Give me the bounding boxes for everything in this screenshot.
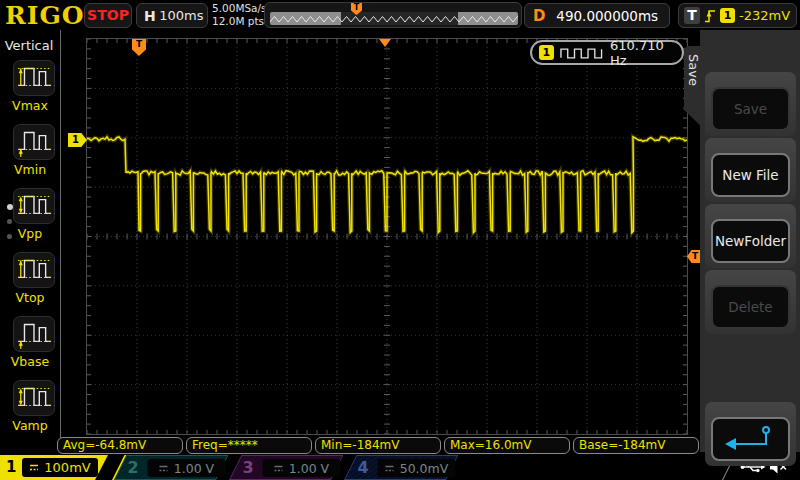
measure-item-label: Vamp	[2, 418, 58, 433]
measure-item-vmin[interactable]: Vmin	[0, 124, 60, 182]
page-indicator-dot	[7, 219, 12, 224]
trigger-readout[interactable]: T 1 -232mV	[678, 3, 797, 28]
channel-number: 1	[6, 458, 16, 476]
menu-slot: New File	[705, 138, 796, 202]
trigger-level-letter: T	[692, 251, 698, 261]
measure-item-label: Vmin	[2, 162, 58, 177]
channel-scale-box: 50.0mV	[377, 459, 455, 477]
channel-scale: 100mV	[44, 460, 90, 475]
channel-scale-box: 1.00 V	[262, 459, 340, 477]
measurement-freq[interactable]: Freq=*****	[186, 437, 312, 454]
channel1-status[interactable]: 1 100mV	[0, 455, 108, 480]
menu-button-new-file[interactable]: New File	[711, 153, 790, 197]
run-state-button[interactable]: STOP	[84, 3, 132, 28]
vmin-icon	[13, 124, 55, 160]
channel-scale-box: 1.00 V	[147, 459, 225, 477]
vbase-icon	[13, 316, 55, 352]
memory-bar	[270, 12, 518, 25]
delay-value: 490.000000ms	[545, 8, 669, 24]
menu-button-back[interactable]	[711, 417, 790, 461]
memory-trigger-letter: T	[354, 3, 359, 12]
waveform-plot	[87, 39, 687, 434]
rising-edge-icon	[704, 8, 716, 24]
measure-item-label: Vtop	[2, 290, 58, 305]
horizontal-label: H	[144, 8, 156, 24]
delay-readout[interactable]: D 490.000000ms	[524, 3, 670, 28]
menu-slot	[705, 402, 796, 466]
memory-position-indicator[interactable]: T	[264, 2, 522, 28]
measure-item-vmax[interactable]: Vmax	[0, 60, 60, 118]
vamp-icon	[13, 380, 55, 416]
channel-number: 2	[127, 458, 138, 477]
vtop-icon	[13, 252, 55, 288]
delay-label: D	[533, 7, 545, 25]
vmax-icon	[13, 60, 55, 96]
menu-slot: Delete	[705, 270, 796, 334]
menu-button-delete[interactable]: Delete	[711, 285, 790, 329]
measure-item-label: Vmax	[2, 98, 58, 113]
menu-title: Vertical	[0, 38, 58, 53]
trigger-level-value: -232mV	[739, 8, 790, 23]
channel-scale: 1.00 V	[174, 461, 214, 476]
dc-coupling-icon	[29, 463, 39, 472]
menu-button-new-folder[interactable]: NewFolder	[711, 219, 790, 263]
memory-waveform-icon	[270, 12, 518, 25]
measurement-min[interactable]: Min=-184mV	[315, 437, 441, 454]
trigger-source-badge: 1	[720, 8, 735, 23]
channel4-status[interactable]: 4 50.0mV	[344, 455, 458, 480]
trigger-label: T	[684, 7, 700, 24]
dc-coupling-icon	[274, 464, 284, 473]
vpp-icon	[13, 188, 55, 224]
menu-slot: NewFolder	[705, 204, 796, 268]
measure-item-vbase[interactable]: Vbase	[0, 316, 60, 374]
memory-depth: 12.0M pts	[212, 15, 267, 28]
channel-scale: 1.00 V	[289, 461, 329, 476]
delay-reference-marker	[379, 39, 391, 47]
frequency-value: 610.710 Hz	[610, 38, 682, 68]
channel-number: 3	[242, 458, 253, 477]
channel-status-bar: 1 100mV 2 1.00 V 3	[0, 454, 800, 480]
channel-scale: 50.0mV	[400, 461, 449, 476]
dc-coupling-icon	[385, 464, 395, 473]
return-arrow-icon	[722, 424, 780, 454]
measure-item-vtop[interactable]: Vtop	[0, 252, 60, 310]
page-indicator-dot	[7, 234, 12, 239]
measurement-max[interactable]: Max=16.0mV	[444, 437, 570, 454]
menu-slot: Save	[705, 72, 796, 136]
channel1-marker-number: 1	[72, 134, 79, 145]
left-measure-menu: Vertical Vmax Vmin Vpp Vtop Vbase Vamp	[0, 30, 60, 455]
channel3-status[interactable]: 3 1.00 V	[229, 455, 343, 480]
sample-rate: 5.00MSa/s	[212, 2, 267, 15]
measure-item-label: Vbase	[2, 354, 58, 369]
trigger-position-letter: T	[136, 39, 142, 49]
measurement-avg[interactable]: Avg=-64.8mV	[57, 437, 183, 454]
counter-channel-badge: 1	[539, 45, 554, 60]
graticule	[86, 38, 688, 435]
channel-number: 4	[357, 458, 368, 477]
measure-item-vamp[interactable]: Vamp	[0, 380, 60, 438]
acquisition-info: 5.00MSa/s 12.0M pts	[212, 2, 267, 28]
page-indicator-dot	[7, 204, 13, 210]
measurement-base[interactable]: Base=-184mV	[573, 437, 699, 454]
channel1-offset-marker[interactable]: 1	[68, 133, 87, 147]
oscilloscope-screen: RIGOL STOP H 100ms 5.00MSa/s 12.0M pts T…	[0, 0, 800, 480]
horizontal-timebase-control[interactable]: H 100ms	[136, 3, 208, 28]
frequency-counter: 1 610.710 Hz	[530, 40, 684, 65]
dc-coupling-icon	[159, 464, 169, 473]
square-wave-icon	[560, 46, 604, 60]
menu-button-save[interactable]: Save	[711, 87, 790, 131]
panel-divider	[60, 30, 61, 452]
channel2-status[interactable]: 2 1.00 V	[114, 455, 228, 480]
timebase-value: 100ms	[156, 8, 207, 23]
channel-scale-box: 100mV	[22, 458, 98, 477]
